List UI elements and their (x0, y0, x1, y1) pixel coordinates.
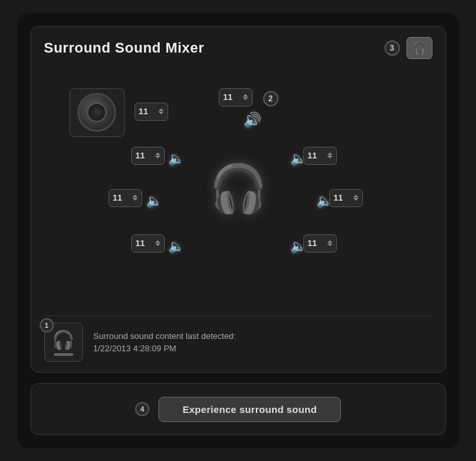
arrow-up-fc[interactable] (243, 94, 248, 97)
arrow-down-rr[interactable] (327, 243, 332, 246)
arrow-up-sr[interactable] (353, 195, 358, 197)
header-right: 3 🎧 (384, 37, 432, 59)
status-line2: 1/22/2013 4:28:09 PM (94, 342, 236, 355)
info-strip: 1 🎧 Surround sound content last detected… (44, 316, 432, 362)
spinner-fl-arrows (155, 153, 160, 158)
spinner-sr-arrows (353, 195, 358, 201)
speaker-icon-side-right: 🔈 (316, 193, 332, 208)
badge-2: 2 (263, 91, 279, 106)
spinner-sr-value: 11 (334, 193, 343, 203)
spinner-front-center[interactable]: 11 (219, 88, 253, 106)
speaker-icon-front-center: 🔊 (244, 112, 261, 129)
badge-1: 1 (40, 318, 54, 332)
mixer-grid: 11 11 2 🔊 (69, 88, 407, 290)
spinner-side-left[interactable]: 11 (108, 189, 142, 207)
mixer-area: 11 11 2 🔊 (44, 68, 432, 309)
header-row: Surround Sound Mixer 3 🎧 (44, 37, 432, 59)
main-panel: Surround Sound Mixer 3 🎧 11 (31, 26, 446, 373)
arrow-down-fl[interactable] (155, 156, 160, 158)
center-listener: 🎧 (209, 160, 268, 218)
outer-container: Surround Sound Mixer 3 🎧 11 (18, 13, 459, 448)
speaker-icon-rear-left: 🔈 (168, 238, 184, 254)
speaker-icon-front-right: 🔈 (290, 151, 307, 166)
arrow-down-sub[interactable] (158, 112, 164, 114)
arrow-up-rr[interactable] (327, 240, 332, 243)
spinner-rr-arrows (327, 240, 332, 246)
spinner-sub-arrows (158, 108, 164, 114)
bottom-area: 4 Experience surround sound (31, 383, 446, 435)
arrow-up-sl[interactable] (132, 195, 138, 197)
status-line1: Surround sound content last detected: (94, 330, 236, 343)
spinner-front-right[interactable]: 11 (303, 147, 337, 165)
spinner-rr-value: 11 (308, 238, 317, 248)
headphone-button[interactable]: 🎧 (407, 37, 432, 59)
spinner-side-right[interactable]: 11 (329, 189, 363, 207)
spinner-rear-left[interactable]: 11 (131, 234, 165, 253)
spinner-sub-value: 11 (139, 106, 148, 116)
info-icon-box: 1 🎧 (44, 323, 83, 362)
subwoofer-icon (77, 93, 116, 132)
spinner-fr-arrows (327, 153, 332, 158)
arrow-down-fc[interactable] (243, 97, 248, 100)
spinner-rl-value: 11 (136, 238, 145, 248)
page-title: Surround Sound Mixer (44, 40, 205, 56)
info-bar (54, 353, 73, 356)
arrow-down-rl[interactable] (155, 243, 160, 246)
spinner-fc-value: 11 (223, 92, 232, 102)
arrow-down-sr[interactable] (353, 198, 358, 201)
spinner-fc-arrows (243, 94, 248, 100)
spinner-sl-value: 11 (113, 193, 122, 203)
spinner-fr-value: 11 (308, 151, 317, 160)
subwoofer-box (69, 88, 125, 137)
spinner-fl-value: 11 (136, 151, 145, 160)
arrow-up-fr[interactable] (327, 153, 332, 155)
info-headphone-icon: 🎧 (52, 329, 75, 351)
center-headphone-icon: 🎧 (209, 161, 268, 216)
badge-4: 4 (135, 402, 149, 416)
spinner-sub[interactable]: 11 (134, 103, 168, 121)
subwoofer-inner (87, 103, 106, 122)
spinner-sl-arrows (132, 195, 138, 201)
speaker-icon-rear-right: 🔈 (290, 238, 307, 254)
speaker-icon-side-left: 🔈 (146, 193, 162, 208)
spinner-rear-right[interactable]: 11 (303, 234, 337, 253)
badge-3: 3 (384, 40, 400, 56)
arrow-down-fr[interactable] (327, 156, 332, 158)
spinner-front-left[interactable]: 11 (131, 147, 165, 165)
speaker-icon-front-left: 🔈 (168, 151, 184, 166)
arrow-up-rl[interactable] (155, 240, 160, 243)
arrow-down-sl[interactable] (132, 198, 138, 201)
experience-surround-sound-button[interactable]: Experience surround sound (158, 397, 341, 422)
arrow-up-fl[interactable] (155, 153, 160, 155)
info-text: Surround sound content last detected: 1/… (94, 330, 236, 355)
arrow-up-sub[interactable] (158, 108, 164, 111)
spinner-rl-arrows (155, 240, 160, 246)
headphone-icon: 🎧 (412, 41, 427, 55)
